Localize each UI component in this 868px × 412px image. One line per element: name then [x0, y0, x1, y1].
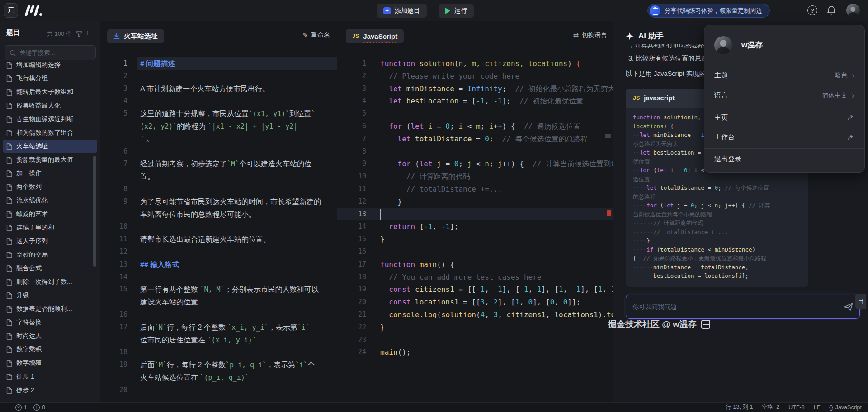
sidebar-item[interactable]: 增加编辑的选择	[3, 62, 97, 72]
warnings-indicator[interactable]: ! 0	[33, 404, 45, 411]
js-badge-icon: JS	[352, 33, 359, 39]
sidebar-item[interactable]: 数字增殖	[3, 356, 97, 370]
search-box[interactable]	[5, 45, 96, 60]
file-icon	[6, 143, 12, 150]
switch-language-button[interactable]: ⇄ 切换语言	[573, 31, 607, 39]
description-row: 7经过前期考察，初步选定了`M`个可以建造火车站的位	[100, 158, 337, 170]
errors-indicator[interactable]: ✕ 1	[15, 404, 27, 411]
clipboard-icon	[650, 5, 660, 16]
scroll-top-icon[interactable]: ↑	[86, 29, 89, 36]
sidebar-item[interactable]: 股票收益最大化	[3, 99, 97, 112]
sidebar-item[interactable]: 火车站选址	[3, 140, 97, 153]
description-row: 火车站候选位置在 `(p_i, q_i)`	[100, 371, 337, 384]
feedback-edge-button[interactable]: 日	[855, 294, 866, 309]
rename-button[interactable]: ✎ 重命名	[302, 31, 330, 39]
sidebar-item[interactable]: 字符替换	[3, 316, 97, 329]
sidebar-item-label: 火车站选址	[16, 142, 48, 150]
sidebar-scrollbar[interactable]	[93, 156, 96, 267]
sidebar-item[interactable]: 徒步 1	[3, 370, 97, 384]
ai-code-row: 的总路程	[633, 192, 801, 201]
promo-banner-text: 分享代码练习体验，领限量定制周边	[665, 7, 762, 15]
description-row: 19后面`M`行，每行 2 个整数`p_i, q_i`，表示第`i`个	[100, 359, 337, 371]
sidebar-item[interactable]: 螺旋的艺术	[3, 207, 97, 221]
sidebar-item[interactable]: 流水线优化	[3, 194, 97, 207]
status-bar: ✕ 1 ! 0 行 13, 列 1 空格: 2 UTF-8 LF {} Java…	[0, 402, 868, 412]
menu-item-退出登录[interactable]: 退出登录	[704, 148, 864, 169]
promo-banner[interactable]: 分享代码练习体验，领限量定制周边	[647, 4, 770, 18]
description-editor[interactable]: 1# 问题描述23A 市计划新建一个火车站方便市民出行。45这里的道路十分规整，…	[100, 57, 337, 397]
encoding-setting[interactable]: UTF-8	[788, 404, 804, 411]
cursor-position[interactable]: 行 13, 列 1	[726, 403, 753, 411]
file-icon	[6, 170, 12, 177]
sidebar-toggle-button[interactable]	[4, 3, 18, 18]
help-icon[interactable]: ?	[807, 5, 817, 15]
ai-code-row: ······// totalDistance +=...	[633, 228, 801, 237]
language-tab[interactable]: JS JavaScript	[346, 29, 404, 43]
code-line: 24main();	[337, 346, 613, 359]
file-icon	[6, 225, 12, 231]
indent-setting[interactable]: 空格: 2	[762, 403, 779, 411]
sidebar-item[interactable]: 连续子串的和	[3, 221, 97, 234]
menu-item-value: 暗色	[835, 71, 847, 80]
file-icon	[6, 197, 12, 204]
eol-setting[interactable]: LF	[814, 404, 821, 411]
sidebar-item-label: 时尚达人	[16, 332, 42, 340]
sidebar-item[interactable]: 徒步 2	[3, 384, 97, 397]
sidebar-title: 题目	[6, 28, 20, 37]
sidebar-item[interactable]: 升级	[3, 289, 97, 302]
sidebar-item[interactable]: 和为偶数的数字组合	[3, 126, 97, 140]
code-line: 12 }	[337, 196, 613, 208]
menu-item-主题[interactable]: 主题暗色›	[704, 65, 864, 85]
ai-code-row: ····let totalDistance = 0; // 每个候选位置	[633, 183, 801, 192]
sidebar-item[interactable]: 两个数列	[3, 180, 97, 194]
run-button[interactable]: 运行	[439, 4, 474, 18]
file-icon	[6, 319, 12, 326]
sidebar-item[interactable]: 古生物血缘远近判断	[3, 112, 97, 126]
user-avatar[interactable]	[846, 4, 860, 17]
sidebar-item[interactable]: 奇妙的交易	[3, 248, 97, 262]
code-line: 7 let totalDistance = 0; // 每个候选位置的总路程	[337, 133, 613, 145]
file-icon	[6, 265, 12, 272]
ai-code-row: ····if (totalDistance < minDistance)	[633, 245, 801, 254]
add-question-button[interactable]: + 添加题目	[377, 4, 427, 18]
code-line: 23	[337, 334, 613, 346]
search-input[interactable]	[19, 49, 91, 56]
chat-input[interactable]	[632, 303, 840, 310]
search-icon	[9, 50, 16, 56]
editor-scrollbar[interactable]	[605, 134, 611, 138]
menu-item-语言[interactable]: 语言简体中文›	[704, 85, 864, 106]
sidebar-item[interactable]: 时尚达人	[3, 329, 97, 343]
sidebar-item[interactable]: 飞行棋分组	[3, 72, 97, 85]
menu-item-主页[interactable]: 主页	[704, 107, 864, 127]
marscode-logo-icon[interactable]	[24, 5, 44, 17]
description-row: 5这里的道路十分规整，市民从位置`(x1, y1)`到位置`	[100, 108, 337, 120]
send-icon[interactable]	[844, 303, 853, 311]
ai-code-row: 当前候选位置到每个市民的路程	[633, 210, 801, 219]
sidebar-item[interactable]: 删除一次得到子数...	[3, 275, 97, 289]
sidebar-item[interactable]: 货船载货量的最大值	[3, 153, 97, 167]
sidebar-item-label: 和为偶数的数字组合	[16, 129, 73, 137]
file-icon	[6, 89, 12, 96]
code-line: 8	[337, 145, 613, 158]
user-dropdown-menu: w温存 主题暗色›语言简体中文›主页工作台退出登录	[704, 25, 865, 173]
file-icon	[6, 103, 12, 109]
sidebar-item[interactable]: 融合公式	[3, 262, 97, 275]
language-mode[interactable]: {} JavaScript	[829, 404, 862, 411]
notification-bell-icon[interactable]	[826, 5, 836, 16]
top-bar: + 添加题目 运行 分享代码练习体验，领限量定制周边 ?	[0, 0, 868, 21]
problem-tab[interactable]: 火车站选址	[107, 29, 164, 43]
sidebar-item[interactable]: 翻转后最大子数组和	[3, 85, 97, 99]
chat-input-box[interactable]	[626, 295, 860, 319]
menu-item-工作台[interactable]: 工作台	[704, 127, 864, 147]
download-icon	[113, 33, 120, 40]
description-row: 1# 问题描述	[100, 57, 337, 70]
description-header: 火车站选址 ✎ 重命名	[100, 21, 337, 51]
sidebar-item[interactable]: 数据表是否能顺利...	[3, 302, 97, 316]
sidebar-item[interactable]: 迷人子序列	[3, 234, 97, 248]
sidebar-item-label: 徒步 2	[16, 386, 34, 394]
sidebar-item[interactable]: 加一操作	[3, 167, 97, 180]
sidebar-item[interactable]: 数字乘积	[3, 343, 97, 356]
description-row: 11请帮市长选出最合适新建火车站的位置。	[100, 233, 337, 246]
code-editor[interactable]: 1function solution(n, m, citizens, locat…	[337, 57, 613, 359]
filter-icon[interactable]	[76, 31, 82, 37]
